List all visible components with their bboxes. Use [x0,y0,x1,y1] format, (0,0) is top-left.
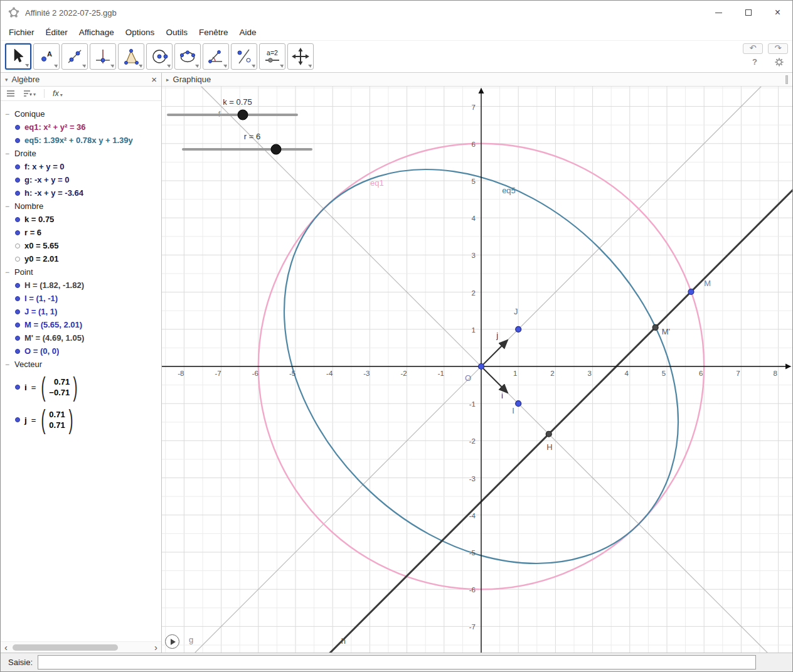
play-button[interactable] [165,634,179,649]
scrollbar-thumb[interactable] [13,644,118,651]
collapse-icon[interactable]: − [5,268,14,277]
visibility-dot[interactable] [15,217,20,222]
tool-dropdown-icon[interactable] [82,65,86,68]
algebra-item-I[interactable]: I = (1, -1) [1,292,161,305]
algebra-item-eq5[interactable]: eq5: 1.39x² + 0.78x y + 1.39y [1,134,161,147]
input-bar-field[interactable] [38,655,756,669]
visibility-dot[interactable] [15,257,20,262]
tool-dropdown-icon[interactable] [223,65,227,68]
close-button[interactable]: × [763,1,792,24]
algebra-collapse-icon[interactable]: ▾ [5,77,8,83]
menu-options[interactable]: Options [120,28,161,37]
algebra-group-conique[interactable]: −Conique [1,107,161,120]
scroll-right-icon[interactable]: › [151,643,161,653]
line-h[interactable] [162,149,792,653]
algebra-group-point[interactable]: −Point [1,265,161,279]
algebra-item-x0[interactable]: x0 = 5.65 [1,239,161,252]
angle-tool-button[interactable] [203,43,229,70]
point-M'[interactable] [652,324,658,330]
algebra-item-O[interactable]: O = (0, 0) [1,344,161,358]
menu-affichage[interactable]: Affichage [73,28,120,37]
visibility-dot[interactable] [15,309,20,314]
algebra-group-droite[interactable]: −Droite [1,147,161,160]
menu-aide[interactable]: Aide [233,28,262,37]
slider-k-handle[interactable] [238,110,248,120]
help-icon[interactable]: ? [752,57,757,67]
tool-dropdown-icon[interactable] [280,65,284,68]
point-J[interactable] [516,326,521,332]
visibility-dot[interactable] [15,125,20,130]
visibility-dot[interactable] [15,138,20,143]
menu-outils[interactable]: Outils [160,28,193,37]
vector-j[interactable] [481,340,508,366]
reflection-tool-button[interactable] [231,43,257,70]
algebra-item-vector-j[interactable]: j = ( 0.71 0.71 ) [1,403,161,436]
conic-tool-button[interactable] [174,43,201,70]
algebra-close-icon[interactable]: × [151,75,157,84]
point-tool-button[interactable]: A [33,43,60,70]
graphics-collapse-icon[interactable]: ▸ [166,77,169,83]
visibility-dot[interactable] [15,178,20,183]
algebra-item-H[interactable]: H = (1.82, -1.82) [1,279,161,292]
point-O[interactable] [479,364,484,370]
collapse-icon[interactable]: − [5,110,14,119]
visibility-dot[interactable] [15,283,20,288]
tool-dropdown-icon[interactable] [139,65,142,68]
visibility-dot[interactable] [15,349,20,354]
visibility-dot[interactable] [15,336,20,341]
collapse-icon[interactable]: − [5,149,14,158]
slider-r-handle[interactable] [271,144,281,154]
point-I[interactable] [516,401,521,407]
perpendicular-line-tool-button[interactable] [90,43,116,70]
visibility-dot[interactable] [15,230,20,235]
algebra-item-k[interactable]: k = 0.75 [1,213,161,226]
visibility-dot[interactable] [15,191,20,196]
undo-button[interactable]: ↶ [743,43,763,54]
visibility-dot[interactable] [15,323,20,328]
polygon-tool-button[interactable] [118,43,144,70]
algebra-item-M-prime[interactable]: M' = (4.69, 1.05) [1,331,161,344]
algebra-item-h[interactable]: h: -x + y = -3.64 [1,186,161,200]
redo-button[interactable]: ↷ [768,43,788,54]
algebra-item-M[interactable]: M = (5.65, 2.01) [1,318,161,331]
aux-objects-icon[interactable] [6,90,15,97]
sort-objects-icon[interactable]: ▾ [23,90,36,97]
gear-icon[interactable] [775,58,784,67]
slider-tool-button[interactable]: a=2 [259,43,285,70]
point-H[interactable] [546,431,551,437]
vector-i[interactable] [481,366,508,393]
collapse-icon[interactable]: − [5,360,14,369]
tool-dropdown-icon[interactable] [195,65,199,68]
menu-editer[interactable]: Éditer [40,28,73,37]
maximize-button[interactable] [733,1,763,24]
fx-style-icon[interactable]: fx ▾ [53,89,63,98]
visibility-dot[interactable] [15,243,20,248]
panel-drag-handle[interactable] [785,75,788,84]
visibility-dot[interactable] [15,164,20,169]
algebra-item-f[interactable]: f: x + y = 0 [1,160,161,173]
tool-dropdown-icon[interactable] [252,65,255,68]
algebra-group-vecteur[interactable]: −Vecteur [1,358,161,371]
tool-dropdown-icon[interactable] [308,65,312,68]
visibility-dot[interactable] [15,385,20,390]
tool-dropdown-icon[interactable] [54,65,58,68]
menu-fenetre[interactable]: Fenêtre [193,28,234,37]
algebra-item-y0[interactable]: y0 = 2.01 [1,252,161,265]
minimize-button[interactable] [704,1,733,24]
tool-dropdown-icon[interactable] [167,65,171,68]
tool-dropdown-icon[interactable] [110,65,114,68]
scrollbar-track[interactable] [11,644,151,651]
algebra-group-nombre[interactable]: −Nombre [1,200,161,213]
algebra-item-r[interactable]: r = 6 [1,226,161,239]
move-graphics-tool-button[interactable] [287,43,314,70]
scroll-left-icon[interactable]: ‹ [1,643,11,653]
algebra-item-eq1[interactable]: eq1: x² + y² = 36 [1,120,161,134]
collapse-icon[interactable]: − [5,202,14,211]
algebra-item-g[interactable]: g: -x + y = 0 [1,173,161,186]
circle-tool-button[interactable] [146,43,173,70]
algebra-scrollbar[interactable]: ‹ › [1,641,161,653]
point-M[interactable] [688,289,694,295]
algebra-item-J[interactable]: J = (1, 1) [1,305,161,318]
menu-fichier[interactable]: Fichier [3,28,40,37]
graph-canvas[interactable]: fgeq1eq5h-8-7-6-5-4-3-2-112345678-7-6-5-… [162,87,792,653]
